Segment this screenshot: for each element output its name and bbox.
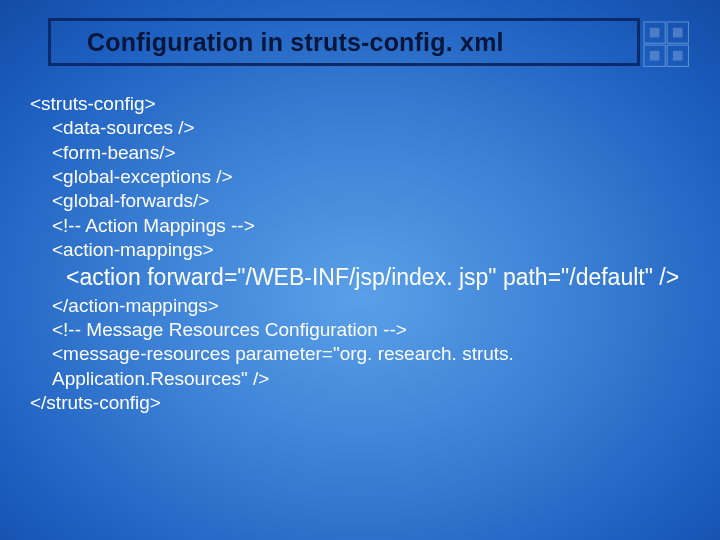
code-line: <action-mappings> bbox=[30, 238, 700, 262]
code-line: <!-- Message Resources Configuration --> bbox=[30, 318, 700, 342]
svg-rect-5 bbox=[673, 28, 683, 38]
code-line: <global-forwards/> bbox=[30, 189, 700, 213]
slide-title: Configuration in struts-config. xml bbox=[87, 28, 504, 57]
code-line: <form-beans/> bbox=[30, 141, 700, 165]
code-line: </action-mappings> bbox=[30, 294, 700, 318]
corner-motif-icon bbox=[642, 20, 700, 78]
code-line: <message-resources parameter="org. resea… bbox=[30, 342, 700, 391]
code-block: <struts-config> <data-sources /> <form-b… bbox=[30, 92, 700, 415]
svg-rect-7 bbox=[673, 51, 683, 61]
code-line: </struts-config> bbox=[30, 391, 700, 415]
title-box: Configuration in struts-config. xml bbox=[48, 18, 640, 66]
svg-rect-6 bbox=[650, 51, 660, 61]
code-line: <global-exceptions /> bbox=[30, 165, 700, 189]
code-line: <!-- Action Mappings --> bbox=[30, 214, 700, 238]
code-line: <data-sources /> bbox=[30, 116, 700, 140]
code-line-emphasis: <action forward="/WEB-INF/jsp/index. jsp… bbox=[30, 264, 700, 292]
code-line: <struts-config> bbox=[30, 92, 700, 116]
svg-rect-4 bbox=[650, 28, 660, 38]
